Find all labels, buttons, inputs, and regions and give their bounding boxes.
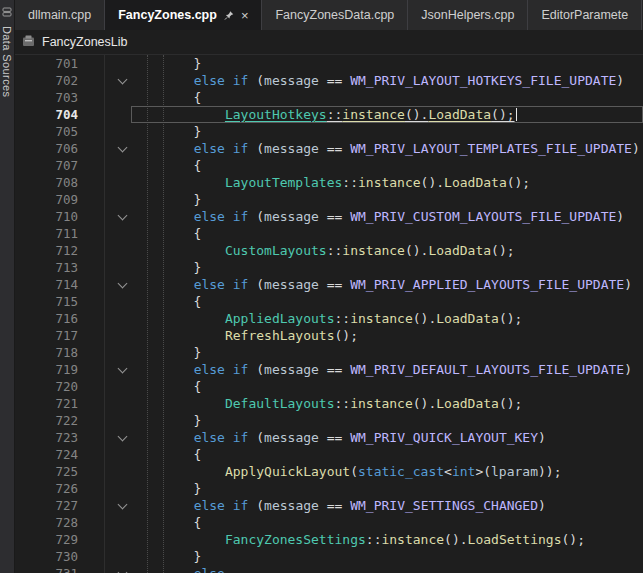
line-number[interactable]: 727 xyxy=(15,497,78,514)
code-line[interactable]: 710 else if (message == WM_PRIV_CUSTOM_L… xyxy=(15,208,643,225)
code-line-current[interactable]: 704 LayoutHotkeys::instance().LoadData()… xyxy=(15,106,643,123)
code-line[interactable]: 714 else if (message == WM_PRIV_APPLIED_… xyxy=(15,276,643,293)
code-line[interactable]: 731 else xyxy=(15,565,643,573)
code-line[interactable]: 723 else if (message == WM_PRIV_QUICK_LA… xyxy=(15,429,643,446)
chevron-down-icon[interactable] xyxy=(116,497,131,514)
project-dropdown[interactable]: FancyZonesLib xyxy=(42,35,127,49)
code-line[interactable]: 718 } xyxy=(15,344,643,361)
line-number[interactable]: 704 xyxy=(15,106,78,123)
code-line[interactable]: 703 { xyxy=(15,89,643,106)
chevron-down-icon[interactable] xyxy=(116,140,131,157)
line-number[interactable]: 710 xyxy=(15,208,78,225)
line-number[interactable]: 729 xyxy=(15,531,78,548)
tab-editorparamete[interactable]: EditorParamete xyxy=(528,0,642,30)
tab-dllmain-cpp[interactable]: dllmain.cpp xyxy=(15,0,105,30)
tab-fancyzonesdata-cpp[interactable]: FancyZonesData.cpp xyxy=(262,0,408,30)
tab-fancyzones-cpp[interactable]: FancyZones.cpp× xyxy=(105,0,262,30)
line-number[interactable]: 730 xyxy=(15,548,78,565)
code-line[interactable]: 720 { xyxy=(15,378,643,395)
code-line[interactable]: 707 { xyxy=(15,157,643,174)
line-number[interactable]: 702 xyxy=(15,72,78,89)
code-line[interactable]: 702 else if (message == WM_PRIV_LAYOUT_H… xyxy=(15,72,643,89)
line-number[interactable]: 718 xyxy=(15,344,78,361)
line-number[interactable]: 720 xyxy=(15,378,78,395)
code-token: } xyxy=(131,124,201,139)
code-text: } xyxy=(131,55,643,72)
line-number[interactable]: 715 xyxy=(15,293,78,310)
code-line[interactable]: 725 ApplyQuickLayout(static_cast<int>(lp… xyxy=(15,463,643,480)
code-line[interactable]: 729 FancyZonesSettings::instance().LoadS… xyxy=(15,531,643,548)
fold-margin xyxy=(116,89,131,106)
code-text: { xyxy=(131,225,643,242)
line-number[interactable]: 708 xyxy=(15,174,78,191)
line-number[interactable]: 701 xyxy=(15,55,78,72)
line-number[interactable]: 722 xyxy=(15,412,78,429)
line-number[interactable]: 719 xyxy=(15,361,78,378)
line-number[interactable]: 724 xyxy=(15,446,78,463)
tab-jsonhelpers-cpp[interactable]: JsonHelpers.cpp xyxy=(408,0,528,30)
line-number[interactable]: 726 xyxy=(15,480,78,497)
code-line[interactable]: 705 } xyxy=(15,123,643,140)
code-line[interactable]: 715 { xyxy=(15,293,643,310)
code-line[interactable]: 706 else if (message == WM_PRIV_LAYOUT_T… xyxy=(15,140,643,157)
text-cursor xyxy=(516,108,518,121)
line-number[interactable]: 716 xyxy=(15,310,78,327)
code-line[interactable]: 719 else if (message == WM_PRIV_DEFAULT_… xyxy=(15,361,643,378)
code-token: message xyxy=(264,277,319,292)
code-token: instance xyxy=(381,532,444,547)
chevron-down-icon[interactable] xyxy=(116,208,131,225)
code-token: lparam xyxy=(491,464,538,479)
line-number[interactable]: 731 xyxy=(15,565,78,573)
code-line[interactable]: 717 RefreshLayouts(); xyxy=(15,327,643,344)
line-number[interactable]: 703 xyxy=(15,89,78,106)
tab-label: FancyZones.cpp xyxy=(118,8,217,22)
code-token xyxy=(225,498,233,513)
code-line[interactable]: 730 } xyxy=(15,548,643,565)
line-number[interactable]: 705 xyxy=(15,123,78,140)
line-number[interactable]: 714 xyxy=(15,276,78,293)
code-line[interactable]: 721 DefaultLayouts::instance().LoadData(… xyxy=(15,395,643,412)
code-line[interactable]: 701 } xyxy=(15,55,643,72)
code-token: == xyxy=(319,141,350,156)
close-icon[interactable]: × xyxy=(241,9,249,22)
chevron-down-icon[interactable] xyxy=(116,429,131,446)
line-number[interactable]: 725 xyxy=(15,463,78,480)
chevron-down-icon[interactable] xyxy=(116,276,131,293)
pin-icon[interactable] xyxy=(224,10,234,21)
code-line[interactable]: 711 { xyxy=(15,225,643,242)
code-token: (). xyxy=(421,175,444,190)
code-line[interactable]: 712 CustomLayouts::instance().LoadData()… xyxy=(15,242,643,259)
line-number[interactable]: 712 xyxy=(15,242,78,259)
line-number[interactable]: 721 xyxy=(15,395,78,412)
line-number[interactable]: 717 xyxy=(15,327,78,344)
code-line[interactable]: 713 } xyxy=(15,259,643,276)
line-number[interactable]: 723 xyxy=(15,429,78,446)
fold-margin xyxy=(116,55,131,72)
code-token: instance xyxy=(342,243,405,258)
code-line[interactable]: 708 LayoutTemplates::instance().LoadData… xyxy=(15,174,643,191)
code-line[interactable]: 726 } xyxy=(15,480,643,497)
code-token: int xyxy=(452,464,475,479)
code-line[interactable]: 728 { xyxy=(15,514,643,531)
glyph-margin xyxy=(78,242,116,259)
code-line[interactable]: 709 } xyxy=(15,191,643,208)
code-editor[interactable]: 701 }702 else if (message == WM_PRIV_LAY… xyxy=(15,55,643,573)
glyph-margin xyxy=(78,89,116,106)
code-line[interactable]: 716 AppliedLayouts::instance().LoadData(… xyxy=(15,310,643,327)
line-number[interactable]: 706 xyxy=(15,140,78,157)
line-number[interactable]: 707 xyxy=(15,157,78,174)
code-line[interactable]: 724 { xyxy=(15,446,643,463)
glyph-margin xyxy=(78,310,116,327)
line-number[interactable]: 709 xyxy=(15,191,78,208)
code-token: == xyxy=(319,498,350,513)
chevron-down-icon[interactable] xyxy=(116,565,131,573)
code-line[interactable]: 727 else if (message == WM_PRIV_SETTINGS… xyxy=(15,497,643,514)
code-line[interactable]: 722 } xyxy=(15,412,643,429)
line-number[interactable]: 713 xyxy=(15,259,78,276)
code-token: CustomLayouts xyxy=(225,243,327,258)
line-number[interactable]: 711 xyxy=(15,225,78,242)
chevron-down-icon[interactable] xyxy=(116,361,131,378)
line-number[interactable]: 728 xyxy=(15,514,78,531)
chevron-down-icon[interactable] xyxy=(116,72,131,89)
side-toolwindow-tab-data-sources[interactable]: Data Sources xyxy=(0,0,15,573)
